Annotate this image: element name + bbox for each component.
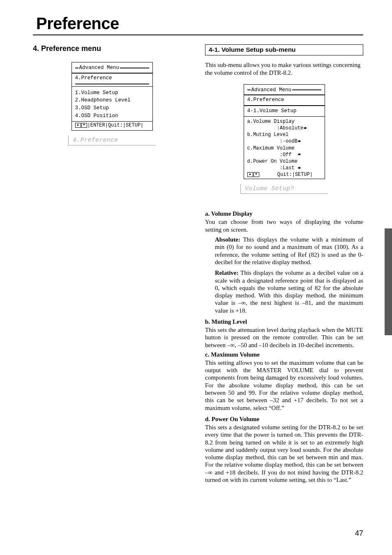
down-arrow-icon: ▼ bbox=[81, 123, 87, 128]
lr-arrows-icon: ◀▶ bbox=[297, 139, 300, 144]
osd-item: 2.Headphones Level bbox=[75, 97, 149, 104]
left-heading: 4. Preference menu bbox=[33, 44, 191, 53]
osd-row: c.Maximum Volume bbox=[247, 145, 322, 152]
left-osd-wrap: Advanced Menu 4.Preference 1.Volume Setu… bbox=[33, 62, 191, 145]
osd-row: :-oodB◀▶ bbox=[247, 138, 322, 145]
right-heading: 4-1. Volume Setup sub-menu bbox=[209, 46, 360, 53]
text-c: This setting allows you to set the maxim… bbox=[205, 359, 363, 412]
text-a-absolute: Absolute: This displays the volume with … bbox=[215, 236, 363, 266]
right-osd-screen: Advanced Menu 4.Preference 4-1.Volume Se… bbox=[244, 84, 325, 180]
osd-item: 4.OSD Position bbox=[75, 112, 149, 120]
osd-footer: |ENTER|Quit:|SETUP| bbox=[88, 122, 144, 129]
osd-title: 4.Preference bbox=[244, 95, 325, 105]
right-intro: This sub-menu allows you to make various… bbox=[205, 61, 363, 77]
right-osd-wrap: Advanced Menu 4.Preference 4-1.Volume Se… bbox=[244, 84, 325, 194]
lr-arrows-icon: ◀▶ bbox=[297, 166, 300, 170]
osd-top-label: Advanced Menu bbox=[251, 86, 292, 94]
page-number: 47 bbox=[355, 529, 363, 538]
segment-display-left: 4.Preference bbox=[68, 136, 156, 145]
title-rule bbox=[33, 35, 363, 35]
down-arrow-icon: ▼ bbox=[254, 172, 259, 177]
sub-heading-d: d. Power On Volume bbox=[205, 416, 363, 423]
text-b: This sets the attenuation level during p… bbox=[205, 326, 363, 349]
osd-row: b.Muting Level bbox=[247, 131, 322, 138]
osd-title: 4.Preference bbox=[72, 73, 152, 83]
side-tab bbox=[385, 228, 392, 335]
osd-row: a.Volume Display bbox=[247, 118, 322, 125]
left-osd-screen: Advanced Menu 4.Preference 1.Volume Setu… bbox=[71, 62, 153, 131]
text-d: This sets a designated volume setting fo… bbox=[205, 424, 363, 484]
osd-row: :Last ◀▶ bbox=[247, 165, 322, 171]
osd-top-label: Advanced Menu bbox=[79, 64, 120, 72]
right-heading-box: 4-1. Volume Setup sub-menu bbox=[205, 44, 363, 55]
page-title: Preference bbox=[36, 14, 363, 33]
segment-display-right: Volume Setup? bbox=[240, 184, 328, 194]
osd-row: d.Power On Volume bbox=[247, 158, 322, 165]
up-arrow-icon: ▲ bbox=[247, 172, 253, 177]
sub-heading-c: c. Maximum Volume bbox=[205, 351, 363, 358]
lr-arrows-icon: ◀▶ bbox=[297, 152, 300, 157]
text-a-relative: Relative: This displays the volume as a … bbox=[215, 269, 363, 314]
lr-arrows-icon: ◀▶ bbox=[303, 126, 306, 131]
osd-item: 3.OSD Setup bbox=[75, 104, 149, 112]
osd-footer: Quit:|SETUP| bbox=[260, 172, 313, 177]
sub-heading-a: a. Volume Display bbox=[205, 210, 363, 217]
up-arrow-icon: ▲ bbox=[75, 123, 81, 128]
text-a-intro: You can choose from two ways of displayi… bbox=[205, 218, 363, 233]
sub-heading-b: b. Muting Level bbox=[205, 318, 363, 325]
right-column: 4-1. Volume Setup sub-menu This sub-menu… bbox=[205, 44, 363, 488]
osd-subtitle: 4-1.Volume Setup bbox=[244, 106, 325, 116]
osd-item: 1.Volume Setup bbox=[75, 89, 149, 97]
left-column: 4. Preference menu Advanced Menu 4.Prefe… bbox=[33, 44, 191, 488]
osd-row: :Off ◀▶ bbox=[247, 152, 322, 158]
osd-row: :Absolute◀▶ bbox=[247, 125, 322, 131]
